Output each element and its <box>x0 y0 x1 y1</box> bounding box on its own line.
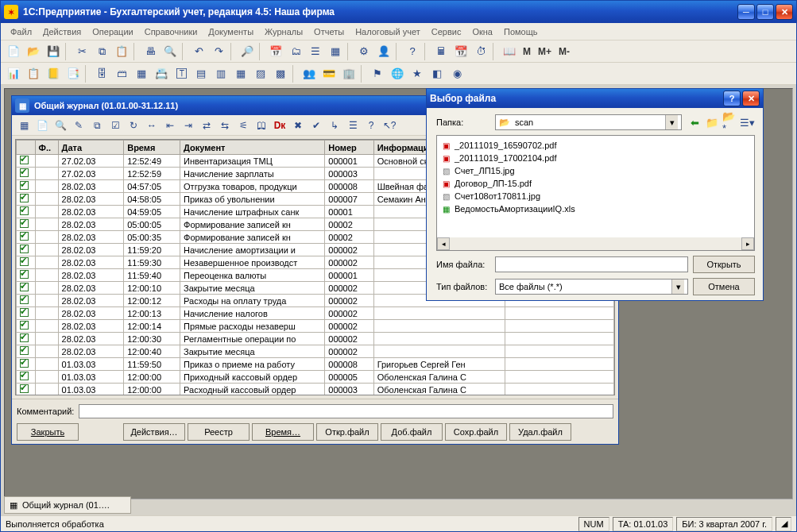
list-item[interactable]: ▣_20111019_17002104.pdf <box>440 152 751 164</box>
table-row[interactable]: 28.02.0312:00:14Прямые расходы незаверш0… <box>17 320 614 333</box>
jt-edit-icon[interactable]: ✎ <box>70 117 87 134</box>
print-icon[interactable]: 🖶 <box>141 42 160 61</box>
menu-item[interactable]: Окна <box>467 25 497 39</box>
close-button[interactable]: Закрыть <box>17 423 79 441</box>
journal4-icon[interactable]: 📑 <box>64 64 83 83</box>
cancel-button[interactable]: Отмена <box>693 278 755 295</box>
flag-icon[interactable]: ⚑ <box>368 64 387 83</box>
ref7-icon[interactable]: ▥ <box>211 64 230 83</box>
jt-filter2-icon[interactable]: ⇆ <box>216 117 234 134</box>
menu-item[interactable]: Сервис <box>427 25 466 39</box>
jt-copy-icon[interactable]: ⧉ <box>88 117 106 134</box>
open-button[interactable]: Открыть <box>693 256 755 273</box>
actions-button[interactable]: Действия… <box>123 423 185 441</box>
jt-arrow-icon[interactable]: ↖? <box>381 117 398 134</box>
newfolder-icon[interactable]: 📂* <box>722 114 737 130</box>
jt-refresh-icon[interactable]: ↻ <box>125 117 142 134</box>
journal2-icon[interactable]: 📋 <box>24 64 43 83</box>
close-button[interactable]: ✕ <box>776 4 793 20</box>
filename-input[interactable] <box>495 256 688 272</box>
jt-dk-icon[interactable]: Dк <box>271 117 288 134</box>
person-icon[interactable]: 👥 <box>300 64 319 83</box>
list-icon[interactable]: ☰ <box>306 42 325 61</box>
jt-tree-icon[interactable]: 🕮 <box>253 117 270 134</box>
column-header[interactable]: Документ <box>180 141 325 155</box>
column-header[interactable] <box>17 141 36 155</box>
jt-filter3-icon[interactable]: ⚟ <box>234 117 252 134</box>
filetype-select[interactable]: Все файлы (*.*) ▾ <box>495 279 688 295</box>
star-icon[interactable]: ★ <box>408 64 427 83</box>
menu-item[interactable]: Помощь <box>499 25 543 39</box>
jt-view-icon[interactable]: 🔍 <box>52 117 69 134</box>
menu-item[interactable]: Журналы <box>260 25 308 39</box>
menu-item[interactable]: Документы <box>203 25 258 39</box>
redo-icon[interactable]: ↷ <box>209 42 228 61</box>
cube-icon[interactable]: ◧ <box>428 64 447 83</box>
org-icon[interactable]: 🏢 <box>339 64 358 83</box>
scroll-right-icon[interactable]: ▸ <box>741 237 754 250</box>
jt-last-icon[interactable]: ⇥ <box>180 117 197 134</box>
preview-icon[interactable]: 🔍 <box>161 42 180 61</box>
maximize-button[interactable]: □ <box>756 4 774 20</box>
props-icon[interactable]: ⚙ <box>354 42 373 61</box>
jt-post-icon[interactable]: ↳ <box>326 117 343 134</box>
menu-item[interactable]: Налоговый учет <box>350 25 425 39</box>
list-item[interactable]: ▧Счет_ЛП15.jpg <box>440 164 751 177</box>
globe-icon[interactable]: 🌐 <box>388 64 407 83</box>
ref5-icon[interactable]: 🅃 <box>172 64 191 83</box>
grid-icon[interactable]: ▦ <box>326 42 345 61</box>
views-icon[interactable]: ☰▾ <box>739 114 755 130</box>
minimize-button[interactable]: ─ <box>737 4 755 20</box>
table-row[interactable]: 01.03.0312:00:00Расходный кассовый ордер… <box>17 384 614 396</box>
column-header[interactable]: Номер <box>325 141 373 155</box>
jt-new-icon[interactable]: 📄 <box>33 117 51 134</box>
open-icon[interactable]: 📂 <box>24 42 43 61</box>
file-list[interactable]: ▣_20111019_16590702.pdf▣_20111019_170021… <box>436 135 755 251</box>
help-icon[interactable]: ? <box>403 42 422 61</box>
comment-input[interactable] <box>79 404 613 418</box>
date-icon[interactable]: 📆 <box>451 42 470 61</box>
chevron-down-icon[interactable]: ▾ <box>671 279 684 294</box>
list-item[interactable]: ▧Счет108от170811.jpg <box>440 190 751 202</box>
ref8-icon[interactable]: ▦ <box>231 64 250 83</box>
filedlg-help-button[interactable]: ? <box>723 91 741 106</box>
menu-item[interactable]: Операции <box>87 25 137 39</box>
table-row[interactable]: 01.03.0311:59:50Приказ о приеме на работ… <box>17 358 614 371</box>
menu-item[interactable]: Файл <box>6 25 37 39</box>
save-icon[interactable]: 💾 <box>44 42 63 61</box>
memory-m[interactable]: М <box>520 46 534 57</box>
chevron-down-icon[interactable]: ▾ <box>665 115 678 129</box>
jt-width-icon[interactable]: ↔ <box>143 117 161 134</box>
journal1-icon[interactable]: 📊 <box>4 64 23 83</box>
column-header[interactable]: Дата <box>58 141 124 155</box>
calc-icon[interactable]: 🖩 <box>431 42 451 61</box>
card-icon[interactable]: 💳 <box>319 64 339 83</box>
folder-select[interactable]: 📂 scan ▾ <box>495 114 682 130</box>
table-row[interactable]: 28.02.0312:00:30Регламентные операции по… <box>17 333 614 345</box>
menu-item[interactable]: Справочники <box>140 25 203 39</box>
table-row[interactable]: 28.02.0312:00:13Начисление налогов000002 <box>17 307 614 320</box>
jt-misc-icon[interactable]: ☰ <box>344 117 362 134</box>
memory-mplus[interactable]: М+ <box>535 46 555 57</box>
jt-grid-icon[interactable]: ▦ <box>15 117 33 134</box>
table-row[interactable]: 28.02.0312:00:40Закрытие месяца000002 <box>17 345 614 358</box>
menu-item[interactable]: Отчеты <box>309 25 349 39</box>
ref9-icon[interactable]: ▨ <box>251 64 270 83</box>
memory-mminus[interactable]: М- <box>555 46 573 57</box>
paste-icon[interactable]: 📋 <box>112 42 131 61</box>
jt-help-icon[interactable]: ? <box>362 117 380 134</box>
cut-icon[interactable]: ✂ <box>72 42 91 61</box>
circle-icon[interactable]: ◉ <box>447 64 466 83</box>
new-icon[interactable]: 📄 <box>4 42 23 61</box>
ref2-icon[interactable]: 🗃 <box>112 64 131 83</box>
timer-icon[interactable]: ⏱ <box>471 42 490 61</box>
addfile-button[interactable]: Доб.файл <box>381 423 443 441</box>
list-item[interactable]: ▣Договор_ЛП-15.pdf <box>440 177 751 190</box>
up-icon[interactable]: 📁 <box>704 114 720 130</box>
list-item[interactable]: ▦ВедомостьАмортизацииIQ.xls <box>440 202 751 215</box>
back-icon[interactable]: ⬅ <box>687 114 702 130</box>
savefile-button[interactable]: Сохр.файл <box>445 423 507 441</box>
copy-icon[interactable]: ⧉ <box>92 42 111 61</box>
list-item[interactable]: ▣_20111019_16590702.pdf <box>440 139 751 152</box>
column-header[interactable]: Время <box>124 141 180 155</box>
